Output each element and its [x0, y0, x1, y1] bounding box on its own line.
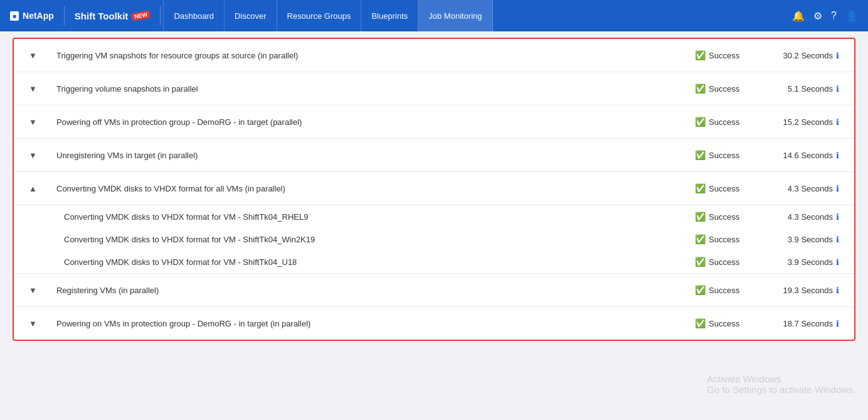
info-icon[interactable]: ℹ [836, 184, 839, 193]
nav-link-blueprints[interactable]: Blueprints [361, 0, 418, 31]
status-badge: ✅ Success [695, 83, 758, 94]
sub-success-icon: ✅ [695, 234, 706, 244]
info-icon[interactable]: ℹ [836, 151, 839, 160]
job-sub-row: Converting VMDK disks to VHDX format for… [14, 228, 854, 250]
status-text: Success [709, 184, 739, 193]
status-badge: ✅ Success [695, 150, 758, 160]
status-text: Success [709, 319, 739, 328]
shift-toolkit-brand: Shift Toolkit NEW [67, 11, 158, 21]
nav-links: Dashboard Discover Resource Groups Bluep… [163, 0, 792, 31]
duration-value: 4.3 Seconds ℹ [758, 184, 839, 193]
main-content: ▼ Triggering VM snapshots for resource g… [0, 31, 868, 420]
job-label: Triggering volume snapshots in parallel [46, 84, 695, 94]
sub-duration-value: 4.3 Seconds ℹ [758, 212, 839, 222]
sub-success-icon: ✅ [695, 257, 706, 267]
user-icon[interactable]: 👤 [845, 10, 858, 22]
nav-link-resource-groups[interactable]: Resource Groups [277, 0, 362, 31]
navbar: ■ NetApp Shift Toolkit NEW Dashboard Dis… [0, 0, 868, 31]
job-row: ▼ Registering VMs (in parallel) ✅ Succes… [14, 274, 854, 307]
nav-divider-2 [160, 6, 161, 25]
sub-duration-value: 3.9 Seconds ℹ [758, 257, 839, 267]
status-text: Success [709, 84, 739, 94]
status-badge: ✅ Success [695, 183, 758, 193]
bell-icon[interactable]: 🔔 [792, 10, 805, 22]
sub-info-icon[interactable]: ℹ [836, 212, 839, 222]
chevron-icon[interactable]: ▼ [29, 286, 46, 295]
duration-value: 14.6 Seconds ℹ [758, 151, 839, 160]
nav-link-discover[interactable]: Discover [225, 0, 277, 31]
job-label: Converting VMDK disks to VHDX format for… [46, 184, 695, 193]
nav-link-dashboard[interactable]: Dashboard [163, 0, 225, 31]
sub-duration-value: 3.9 Seconds ℹ [758, 235, 839, 244]
job-table: ▼ Triggering VM snapshots for resource g… [13, 38, 855, 341]
sub-job-label: Converting VMDK disks to VHDX format for… [64, 235, 695, 244]
success-icon: ✅ [695, 183, 706, 193]
chevron-icon[interactable]: ▼ [29, 117, 46, 127]
status-text: Success [709, 286, 739, 295]
status-text: Success [709, 51, 739, 60]
job-row: ▼ Powering on VMs in protection group - … [14, 307, 854, 340]
info-icon[interactable]: ℹ [836, 51, 839, 60]
netapp-logo-icon: ■ [10, 11, 19, 21]
gear-icon[interactable]: ⚙ [813, 10, 822, 22]
duration-value: 18.7 Seconds ℹ [758, 319, 839, 328]
chevron-icon[interactable]: ▼ [29, 84, 46, 94]
sub-status-text: Success [709, 257, 739, 267]
help-icon[interactable]: ? [831, 10, 837, 21]
job-row: ▲ Converting VMDK disks to VHDX format f… [14, 172, 854, 205]
job-row: ▼ Powering off VMs in protection group -… [14, 105, 854, 139]
status-badge: ✅ Success [695, 285, 758, 295]
job-label: Unregistering VMs in target (in parallel… [46, 151, 695, 160]
sub-status-badge: ✅ Success [695, 212, 758, 222]
info-icon[interactable]: ℹ [836, 319, 839, 328]
duration-value: 5.1 Seconds ℹ [758, 84, 839, 94]
chevron-icon[interactable]: ▼ [29, 51, 46, 60]
job-row: ▼ Unregistering VMs in target (in parall… [14, 139, 854, 172]
job-label: Powering on VMs in protection group - De… [46, 319, 695, 328]
duration-value: 15.2 Seconds ℹ [758, 117, 839, 127]
sub-status-badge: ✅ Success [695, 234, 758, 244]
success-icon: ✅ [695, 150, 706, 160]
nav-divider-1 [64, 6, 65, 25]
sub-status-text: Success [709, 235, 739, 244]
job-label: Triggering VM snapshots for resource gro… [46, 51, 695, 60]
nav-link-job-monitoring[interactable]: Job Monitoring [418, 0, 492, 31]
status-badge: ✅ Success [695, 318, 758, 328]
duration-value: 30.2 Seconds ℹ [758, 51, 839, 60]
duration-value: 19.3 Seconds ℹ [758, 286, 839, 295]
brand-label: Shift Toolkit [75, 11, 129, 21]
sub-info-icon[interactable]: ℹ [836, 235, 839, 244]
netapp-label: NetApp [23, 11, 54, 21]
chevron-icon[interactable]: ▼ [29, 151, 46, 160]
sub-success-icon: ✅ [695, 212, 706, 222]
sub-job-label: Converting VMDK disks to VHDX format for… [64, 212, 695, 222]
job-label: Registering VMs (in parallel) [46, 286, 695, 295]
info-icon[interactable]: ℹ [836, 84, 839, 94]
job-row: ▼ Triggering VM snapshots for resource g… [14, 39, 854, 72]
success-icon: ✅ [695, 83, 706, 94]
new-badge: NEW [132, 11, 151, 21]
sub-info-icon[interactable]: ℹ [836, 257, 839, 267]
status-badge: ✅ Success [695, 50, 758, 60]
success-icon: ✅ [695, 50, 706, 60]
success-icon: ✅ [695, 117, 706, 127]
job-row: ▼ Triggering volume snapshots in paralle… [14, 72, 854, 105]
chevron-icon[interactable]: ▲ [29, 184, 46, 193]
status-text: Success [709, 151, 739, 160]
info-icon[interactable]: ℹ [836, 117, 839, 127]
info-icon[interactable]: ℹ [836, 286, 839, 295]
job-sub-row: Converting VMDK disks to VHDX format for… [14, 250, 854, 274]
nav-actions: 🔔 ⚙ ? 👤 [792, 10, 858, 22]
success-icon: ✅ [695, 285, 706, 295]
sub-status-badge: ✅ Success [695, 257, 758, 267]
chevron-icon[interactable]: ▼ [29, 319, 46, 328]
success-icon: ✅ [695, 318, 706, 328]
sub-status-text: Success [709, 212, 739, 222]
sub-job-label: Converting VMDK disks to VHDX format for… [64, 257, 695, 267]
status-text: Success [709, 117, 739, 127]
job-label: Powering off VMs in protection group - D… [46, 117, 695, 127]
netapp-logo: ■ NetApp [10, 11, 61, 21]
job-sub-row: Converting VMDK disks to VHDX format for… [14, 205, 854, 228]
status-badge: ✅ Success [695, 117, 758, 127]
